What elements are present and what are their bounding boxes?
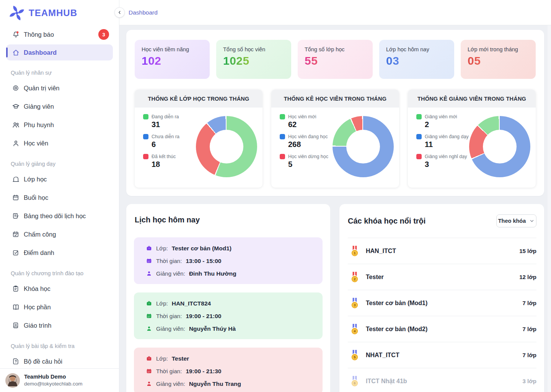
legend-value: 5 <box>288 160 328 169</box>
legend-swatch <box>416 154 422 159</box>
filter-label: Theo khóa <box>498 218 526 224</box>
chart-title: THỐNG KÊ GIẢNG VIÊN TRONG THÁNG <box>408 90 536 108</box>
top-header: Dashboard <box>119 0 551 25</box>
legend-label: Đang diễn ra <box>152 114 179 119</box>
sidebar-item-timesheet[interactable]: Chấm công <box>0 225 119 243</box>
sidebar-item-curriculum[interactable]: Giáo trình <box>0 316 119 335</box>
sidebar-item-students[interactable]: Học viên <box>0 134 119 152</box>
brand-logo[interactable]: TEAMHUB <box>0 0 119 25</box>
briefcase-icon <box>145 355 152 362</box>
stat-label: Học viên tiềm năng <box>142 46 203 52</box>
time-label: Thời gian: <box>156 313 182 319</box>
sidebar-item-schedule-board[interactable]: Bảng theo dõi lịch học <box>0 207 119 225</box>
sidebar-nav: Thông báo 3 Dashboard Quản lý nhân sự <box>0 25 119 371</box>
chart-legend: Học viên mới 62 Học viên đang học 268 Họ… <box>280 114 328 174</box>
legend-swatch <box>416 134 422 139</box>
sidebar-item-courses[interactable]: Khóa học <box>0 279 119 298</box>
course-filter-dropdown[interactable]: Theo khóa <box>496 214 536 227</box>
briefcase-icon <box>145 300 152 307</box>
bell-icon <box>11 31 20 39</box>
sidebar-section-teaching: Quản lý giảng dạy <box>0 152 119 170</box>
svg-text:5: 5 <box>354 355 355 359</box>
users-icon <box>11 121 20 129</box>
sidebar-item-parents[interactable]: Phụ huynh <box>0 116 119 134</box>
question-file-icon <box>11 358 20 365</box>
legend-swatch <box>143 134 148 139</box>
medal-icon-rank-5: 5 <box>350 350 359 361</box>
sidebar-collapse-button[interactable] <box>114 7 125 18</box>
course-row: 1 HAN_ITCT 15 lớp <box>348 238 536 264</box>
stat-card-total-classes: Tổng số lớp học 55 <box>298 40 373 79</box>
class-label: Lớp: <box>156 355 168 362</box>
svg-text:3: 3 <box>354 303 355 307</box>
user-menu[interactable]: TeamHub Demo demo@tokyotechlab.com <box>0 368 119 392</box>
legend-value: 2 <box>425 120 469 129</box>
svg-text:6: 6 <box>354 381 355 385</box>
legend-value: 268 <box>288 140 328 149</box>
legend-swatch <box>416 114 422 119</box>
legend-value: 11 <box>425 140 469 149</box>
teacher-label: Giảng viên: <box>156 270 185 277</box>
class-name: HAN_ITCT824 <box>172 300 211 307</box>
course-row: 3 Tester cơ bản (Mod1) 7 lớp <box>348 290 536 316</box>
chart-title: THỐNG KÊ LỚP HỌC TRONG THÁNG <box>135 90 262 108</box>
chart-body: Học viên mới 62 Học viên đang học 268 Họ… <box>271 108 399 188</box>
sidebar-item-classes[interactable]: Lớp học <box>0 170 119 188</box>
course-class-count: 7 lớp <box>522 326 536 332</box>
course-row: 4 Tester cơ bản (Mod2) 7 lớp <box>348 316 536 342</box>
legend-label: Giảng viên nghỉ dạy <box>425 154 467 159</box>
chart-card-teachers: THỐNG KÊ GIẢNG VIÊN TRONG THÁNG Giảng vi… <box>408 90 536 188</box>
brand-name: TEAMHUB <box>29 8 77 18</box>
calendar-check-icon <box>11 230 20 238</box>
legend-value: 18 <box>152 160 179 169</box>
sidebar-section-exams: Quản lý bài tập & kiểm tra <box>0 335 119 352</box>
open-book-icon <box>11 303 20 311</box>
course-name: Tester <box>366 274 384 281</box>
legend-label: Giảng viên đang dạy <box>425 134 469 139</box>
course-class-count: 12 lớp <box>519 274 536 280</box>
stat-label: Lớp mới trong tháng <box>468 46 529 52</box>
sidebar-item-dashboard[interactable]: Dashboard <box>6 44 113 60</box>
donut-chart-teachers <box>469 116 530 177</box>
stat-value: 03 <box>386 54 399 67</box>
breadcrumb[interactable]: Dashboard <box>129 0 158 25</box>
sidebar-item-label: Thông báo <box>24 31 54 38</box>
course-name: NHAT_ITCT <box>366 352 399 359</box>
sidebar-item-sessions[interactable]: Buổi học <box>0 188 119 207</box>
courses-title: Các khóa học nổi trội <box>348 217 425 225</box>
top-courses-card: Các khóa học nổi trội Theo khóa 1 HAN_IT… <box>339 204 544 392</box>
teacher-name: Đinh Thu Hường <box>189 270 236 277</box>
sidebar-item-label: Giảng viên <box>24 103 54 110</box>
sidebar-item-label: Học viên <box>24 140 48 147</box>
legend-swatch <box>280 114 285 119</box>
sidebar-item-teachers[interactable]: Giảng viên <box>0 97 119 116</box>
legend-value: 6 <box>152 140 179 149</box>
scrollbar[interactable] <box>548 25 551 392</box>
medal-icon-rank-2: 2 <box>350 272 359 283</box>
sidebar-item-modules[interactable]: Học phần <box>0 298 119 316</box>
sidebar-item-label: Dashboard <box>24 49 57 56</box>
donut-chart-students <box>333 116 394 177</box>
donut-chart-classes <box>196 116 257 177</box>
medal-icon-rank-1: 1 <box>350 246 359 256</box>
svg-text:4: 4 <box>354 329 355 333</box>
sidebar-item-label: Điểm danh <box>24 249 54 256</box>
classroom-arch-icon <box>11 175 20 183</box>
user-icon <box>11 139 20 147</box>
sidebar-item-admins[interactable]: Quản trị viên <box>0 79 119 97</box>
stat-value: 55 <box>305 54 318 67</box>
overview-panel: Học viên tiềm năng 102 Tổng số học viên … <box>126 30 544 196</box>
class-name: Tester <box>172 355 189 362</box>
calendar-icon <box>145 258 152 264</box>
user-name: TeamHub Demo <box>24 373 83 381</box>
teacher-name: Nguyễn Thu Trang <box>189 381 241 387</box>
class-name: Tester cơ bản (Mod1) <box>172 245 231 252</box>
sidebar-item-notifications[interactable]: Thông báo 3 <box>0 25 119 44</box>
sidebar-item-question-bank[interactable]: Bộ đề câu hỏi <box>0 352 119 371</box>
sidebar-section-curriculum: Quản lý chương trình đào tạo <box>0 262 119 279</box>
teacher-label: Giảng viên: <box>156 381 185 387</box>
sidebar-item-attendance[interactable]: Điểm danh <box>0 243 119 262</box>
sidebar: TEAMHUB Thông báo 3 <box>0 0 119 392</box>
sidebar-item-label: Bộ đề câu hỏi <box>24 358 62 365</box>
legend-swatch <box>280 134 285 139</box>
